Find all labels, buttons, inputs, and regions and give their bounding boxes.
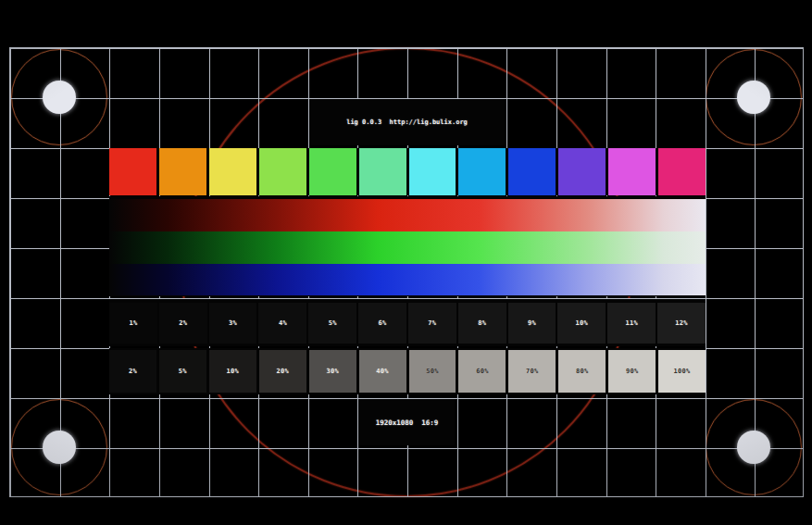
color-swatch-yellow [209, 148, 256, 195]
coarse-gray-step-label: 30% [326, 368, 339, 375]
test-pattern-screen: lig 0.0.3 http://lig.bulix.org 1%2%3%4%5… [0, 0, 812, 525]
title-bar: lig 0.0.3 http://lig.bulix.org [309, 99, 505, 145]
coarse-gray-step-80pct: 80% [558, 350, 606, 393]
corner-dot-top-left [43, 81, 76, 114]
gradient-bar-red [109, 199, 706, 231]
fine-gray-step-11pct: 11% [607, 303, 656, 344]
coarse-gray-step-2pct: 2% [109, 350, 156, 393]
color-swatch-blue [508, 148, 556, 195]
corner-dot-bottom-left [43, 431, 76, 464]
coarse-gray-step-20pct: 20% [259, 350, 306, 393]
fine-gray-step-1pct: 1% [109, 303, 157, 344]
coarse-gray-step-row: 2%5%10%20%30%40%50%60%70%80%90%100% [109, 348, 706, 394]
coarse-gray-step-90pct: 90% [608, 350, 656, 393]
coarse-gray-step-50pct: 50% [409, 350, 456, 393]
fine-gray-step-row: 1%2%3%4%5%6%7%8%9%10%11%12% [109, 299, 706, 346]
fine-gray-step-7pct: 7% [408, 303, 456, 344]
color-swatch-orange [159, 148, 206, 195]
fine-gray-step-label: 3% [229, 319, 237, 327]
color-swatch-magenta [608, 148, 656, 195]
coarse-gray-step-label: 20% [276, 368, 289, 375]
color-swatch-row [109, 148, 706, 195]
fine-gray-step-label: 11% [625, 319, 638, 327]
fine-gray-step-6pct: 6% [358, 303, 406, 344]
fine-gray-step-5pct: 5% [308, 303, 356, 344]
fine-gray-step-label: 6% [379, 319, 387, 327]
fine-gray-step-3pct: 3% [209, 303, 257, 344]
fine-gray-step-2pct: 2% [159, 303, 207, 344]
gradient-bar-blue [109, 264, 706, 295]
color-swatch-violet [558, 148, 606, 195]
fine-gray-step-label: 8% [478, 319, 486, 327]
coarse-gray-step-label: 2% [129, 368, 137, 375]
coarse-gray-step-label: 100% [674, 368, 691, 375]
fine-gray-step-8pct: 8% [458, 303, 506, 344]
fine-gray-step-label: 2% [179, 319, 187, 327]
coarse-gray-step-5pct: 5% [159, 350, 206, 393]
gradient-bar-green [109, 231, 706, 264]
fine-gray-step-label: 10% [576, 319, 589, 327]
coarse-gray-step-40pct: 40% [359, 350, 406, 393]
fine-gray-step-label: 12% [675, 319, 688, 327]
color-swatch-azure [458, 148, 506, 195]
fine-gray-step-label: 9% [528, 319, 536, 327]
coarse-gray-step-label: 50% [426, 368, 439, 375]
coarse-gray-step-10pct: 10% [209, 350, 256, 393]
coarse-gray-step-60pct: 60% [458, 350, 506, 393]
color-swatch-red [109, 148, 156, 195]
color-swatch-yellow-green [259, 148, 306, 195]
corner-dot-top-right [737, 81, 770, 114]
aspect-ratio-text: 16:9 [421, 419, 438, 427]
coarse-gray-step-label: 90% [626, 368, 639, 375]
footer-bar: 1920x1080 16:9 [359, 399, 455, 445]
fine-gray-step-9pct: 9% [508, 303, 556, 344]
fine-gray-step-10pct: 10% [557, 303, 606, 344]
fine-gray-step-4pct: 4% [258, 303, 306, 344]
fine-gray-step-12pct: 12% [657, 303, 706, 344]
coarse-gray-step-30pct: 30% [309, 350, 356, 393]
coarse-gray-step-label: 10% [227, 368, 240, 375]
fine-gray-step-label: 4% [279, 319, 287, 327]
resolution-text: 1920x1080 [376, 419, 414, 427]
color-swatch-green [309, 148, 356, 195]
coarse-gray-step-label: 60% [476, 368, 489, 375]
coarse-gray-step-label: 70% [526, 368, 539, 375]
fine-gray-step-label: 5% [329, 319, 337, 327]
color-swatch-spring-green [359, 148, 406, 195]
color-swatch-cyan [409, 148, 456, 195]
coarse-gray-step-70pct: 70% [508, 350, 556, 393]
fine-gray-step-label: 7% [428, 319, 436, 327]
color-swatch-rose [658, 148, 706, 195]
corner-dot-bottom-right [737, 431, 770, 464]
gradient-bars [109, 196, 706, 296]
title-text: lig 0.0.3 http://lig.bulix.org [346, 119, 468, 126]
coarse-gray-step-label: 40% [376, 368, 389, 375]
coarse-gray-step-label: 5% [179, 368, 187, 375]
coarse-gray-step-100pct: 100% [658, 350, 706, 393]
coarse-gray-step-label: 80% [576, 368, 589, 375]
fine-gray-step-label: 1% [129, 319, 137, 327]
